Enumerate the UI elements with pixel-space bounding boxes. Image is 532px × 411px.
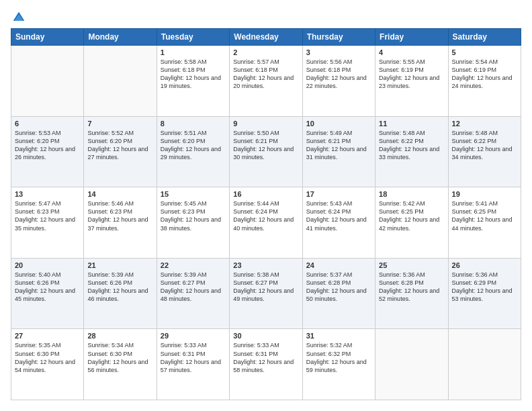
calendar-header-monday: Monday [84, 29, 157, 46]
calendar-cell: 19Sunrise: 5:41 AM Sunset: 6:25 PM Dayli… [448, 187, 521, 259]
day-info: Sunrise: 5:50 AM Sunset: 6:21 PM Dayligh… [233, 129, 298, 162]
day-number: 26 [452, 261, 517, 269]
day-number: 22 [161, 261, 226, 269]
calendar-cell: 27Sunrise: 5:35 AM Sunset: 6:30 PM Dayli… [11, 329, 84, 400]
calendar-cell [448, 329, 521, 400]
day-number: 6 [15, 120, 80, 128]
day-number: 8 [161, 120, 226, 128]
calendar-week-row: 20Sunrise: 5:40 AM Sunset: 6:26 PM Dayli… [11, 258, 521, 329]
calendar-week-row: 1Sunrise: 5:58 AM Sunset: 6:18 PM Daylig… [11, 46, 521, 117]
calendar-header-friday: Friday [375, 29, 448, 46]
day-number: 21 [87, 261, 152, 269]
day-info: Sunrise: 5:34 AM Sunset: 6:30 PM Dayligh… [87, 341, 152, 374]
calendar-cell: 8Sunrise: 5:51 AM Sunset: 6:20 PM Daylig… [157, 116, 229, 187]
calendar-cell: 12Sunrise: 5:48 AM Sunset: 6:22 PM Dayli… [448, 116, 521, 187]
calendar-cell: 10Sunrise: 5:49 AM Sunset: 6:21 PM Dayli… [302, 116, 375, 187]
day-info: Sunrise: 5:32 AM Sunset: 6:32 PM Dayligh… [306, 341, 371, 374]
day-number: 14 [87, 190, 152, 198]
calendar-cell: 25Sunrise: 5:36 AM Sunset: 6:28 PM Dayli… [375, 258, 448, 329]
calendar-cell: 7Sunrise: 5:52 AM Sunset: 6:20 PM Daylig… [84, 116, 157, 187]
calendar-week-row: 6Sunrise: 5:53 AM Sunset: 6:20 PM Daylig… [11, 116, 521, 187]
calendar-week-row: 27Sunrise: 5:35 AM Sunset: 6:30 PM Dayli… [11, 329, 521, 400]
day-number: 2 [233, 48, 298, 56]
calendar-cell: 20Sunrise: 5:40 AM Sunset: 6:26 PM Dayli… [11, 258, 84, 329]
calendar-header-wednesday: Wednesday [230, 29, 302, 46]
calendar-cell: 17Sunrise: 5:43 AM Sunset: 6:24 PM Dayli… [302, 187, 375, 259]
day-number: 16 [233, 190, 298, 198]
day-number: 19 [452, 190, 517, 198]
day-number: 5 [452, 48, 517, 56]
calendar-header-saturday: Saturday [448, 29, 521, 46]
day-number: 18 [379, 190, 444, 198]
day-info: Sunrise: 5:41 AM Sunset: 6:25 PM Dayligh… [452, 199, 517, 232]
day-number: 12 [452, 120, 517, 128]
day-number: 10 [306, 120, 371, 128]
day-number: 25 [379, 261, 444, 269]
day-info: Sunrise: 5:54 AM Sunset: 6:19 PM Dayligh… [452, 58, 517, 91]
calendar-cell: 21Sunrise: 5:39 AM Sunset: 6:26 PM Dayli… [84, 258, 157, 329]
calendar-cell: 3Sunrise: 5:56 AM Sunset: 6:18 PM Daylig… [302, 46, 375, 117]
day-info: Sunrise: 5:48 AM Sunset: 6:22 PM Dayligh… [379, 129, 444, 162]
day-info: Sunrise: 5:37 AM Sunset: 6:28 PM Dayligh… [306, 271, 371, 304]
day-info: Sunrise: 5:36 AM Sunset: 6:28 PM Dayligh… [379, 271, 444, 304]
calendar-cell: 6Sunrise: 5:53 AM Sunset: 6:20 PM Daylig… [11, 116, 84, 187]
day-info: Sunrise: 5:51 AM Sunset: 6:20 PM Dayligh… [161, 129, 226, 162]
day-number: 23 [233, 261, 298, 269]
day-number: 7 [87, 120, 152, 128]
logo-icon [12, 11, 26, 24]
day-info: Sunrise: 5:43 AM Sunset: 6:24 PM Dayligh… [306, 199, 371, 232]
calendar-cell: 5Sunrise: 5:54 AM Sunset: 6:19 PM Daylig… [448, 46, 521, 117]
calendar-cell: 13Sunrise: 5:47 AM Sunset: 6:23 PM Dayli… [11, 187, 84, 259]
calendar-cell: 28Sunrise: 5:34 AM Sunset: 6:30 PM Dayli… [84, 329, 157, 400]
day-info: Sunrise: 5:49 AM Sunset: 6:21 PM Dayligh… [306, 129, 371, 162]
day-info: Sunrise: 5:33 AM Sunset: 6:31 PM Dayligh… [161, 341, 226, 374]
calendar-header-thursday: Thursday [302, 29, 375, 46]
calendar-cell: 1Sunrise: 5:58 AM Sunset: 6:18 PM Daylig… [157, 46, 229, 117]
calendar-cell: 22Sunrise: 5:39 AM Sunset: 6:27 PM Dayli… [157, 258, 229, 329]
day-number: 29 [161, 332, 226, 340]
calendar-cell: 23Sunrise: 5:38 AM Sunset: 6:27 PM Dayli… [230, 258, 302, 329]
day-number: 3 [306, 48, 371, 56]
calendar-cell: 26Sunrise: 5:36 AM Sunset: 6:29 PM Dayli… [448, 258, 521, 329]
calendar-cell [375, 329, 448, 400]
calendar-cell: 16Sunrise: 5:44 AM Sunset: 6:24 PM Dayli… [230, 187, 302, 259]
day-info: Sunrise: 5:38 AM Sunset: 6:27 PM Dayligh… [233, 271, 298, 304]
day-info: Sunrise: 5:44 AM Sunset: 6:24 PM Dayligh… [233, 199, 298, 232]
day-number: 11 [379, 120, 444, 128]
calendar-header-row: SundayMondayTuesdayWednesdayThursdayFrid… [11, 29, 521, 46]
day-info: Sunrise: 5:45 AM Sunset: 6:23 PM Dayligh… [161, 199, 226, 232]
day-info: Sunrise: 5:42 AM Sunset: 6:25 PM Dayligh… [379, 199, 444, 232]
day-info: Sunrise: 5:40 AM Sunset: 6:26 PM Dayligh… [15, 271, 80, 304]
calendar-cell: 24Sunrise: 5:37 AM Sunset: 6:28 PM Dayli… [302, 258, 375, 329]
calendar-cell: 2Sunrise: 5:57 AM Sunset: 6:18 PM Daylig… [230, 46, 302, 117]
header [11, 11, 521, 21]
day-info: Sunrise: 5:56 AM Sunset: 6:18 PM Dayligh… [306, 58, 371, 91]
day-number: 9 [233, 120, 298, 128]
day-number: 30 [233, 332, 298, 340]
calendar-cell: 18Sunrise: 5:42 AM Sunset: 6:25 PM Dayli… [375, 187, 448, 259]
calendar-header-tuesday: Tuesday [157, 29, 229, 46]
day-number: 15 [161, 190, 226, 198]
calendar-header-sunday: Sunday [11, 29, 84, 46]
day-number: 20 [15, 261, 80, 269]
calendar-cell: 29Sunrise: 5:33 AM Sunset: 6:31 PM Dayli… [157, 329, 229, 400]
day-info: Sunrise: 5:36 AM Sunset: 6:29 PM Dayligh… [452, 271, 517, 304]
calendar-cell: 11Sunrise: 5:48 AM Sunset: 6:22 PM Dayli… [375, 116, 448, 187]
day-info: Sunrise: 5:58 AM Sunset: 6:18 PM Dayligh… [161, 58, 226, 91]
day-number: 13 [15, 190, 80, 198]
day-number: 28 [87, 332, 152, 340]
day-info: Sunrise: 5:53 AM Sunset: 6:20 PM Dayligh… [15, 129, 80, 162]
day-info: Sunrise: 5:33 AM Sunset: 6:31 PM Dayligh… [233, 341, 298, 374]
page: SundayMondayTuesdayWednesdayThursdayFrid… [0, 0, 532, 411]
calendar-cell: 4Sunrise: 5:55 AM Sunset: 6:19 PM Daylig… [375, 46, 448, 117]
day-info: Sunrise: 5:39 AM Sunset: 6:27 PM Dayligh… [161, 271, 226, 304]
day-number: 17 [306, 190, 371, 198]
calendar-cell: 15Sunrise: 5:45 AM Sunset: 6:23 PM Dayli… [157, 187, 229, 259]
calendar-cell: 9Sunrise: 5:50 AM Sunset: 6:21 PM Daylig… [230, 116, 302, 187]
day-info: Sunrise: 5:52 AM Sunset: 6:20 PM Dayligh… [87, 129, 152, 162]
day-number: 1 [161, 48, 226, 56]
calendar-cell [84, 46, 157, 117]
logo [11, 11, 26, 21]
calendar-cell [11, 46, 84, 117]
day-info: Sunrise: 5:48 AM Sunset: 6:22 PM Dayligh… [452, 129, 517, 162]
